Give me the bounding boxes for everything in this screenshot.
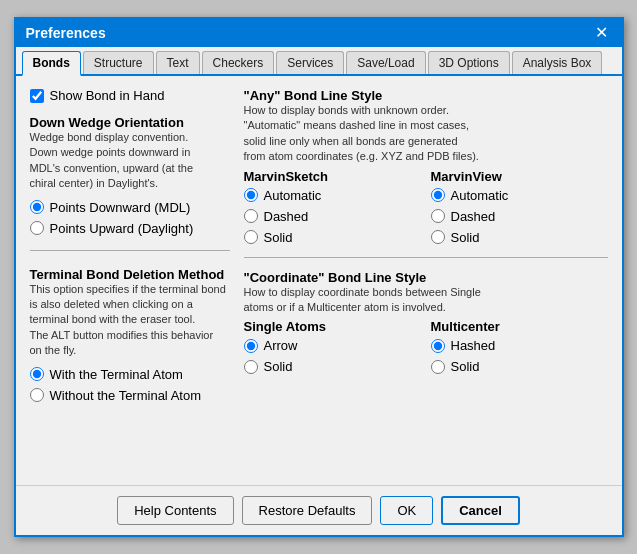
marvinview-radios: Automatic Dashed Solid	[431, 188, 608, 245]
mv-auto-row: Automatic	[431, 188, 608, 203]
col1-header: MarvinSketch	[244, 169, 421, 184]
ms-dashed-radio[interactable]	[244, 209, 258, 223]
mc-hashed-row: Hashed	[431, 338, 608, 353]
divider-1	[30, 250, 230, 251]
help-button[interactable]: Help Contents	[117, 496, 233, 525]
mv-dashed-label: Dashed	[451, 209, 496, 224]
radio-without-row: Without the Terminal Atom	[30, 388, 230, 403]
tab-text[interactable]: Text	[156, 51, 200, 74]
radio-mdl-label: Points Downward (MDL)	[50, 200, 191, 215]
radio-without-terminal[interactable]	[30, 388, 44, 402]
wedge-radio-group: Points Downward (MDL) Points Upward (Day…	[30, 200, 230, 236]
terminal-bond-section: Terminal Bond Deletion Method This optio…	[30, 265, 230, 403]
title-bar: Preferences ✕	[16, 19, 622, 47]
ms-auto-label: Automatic	[264, 188, 322, 203]
terminal-title: Terminal Bond Deletion Method	[30, 267, 230, 282]
terminal-desc: This option specifies if the terminal bo…	[30, 282, 230, 359]
tabs-bar: Bonds Structure Text Checkers Services S…	[16, 47, 622, 76]
tab-analysisbox[interactable]: Analysis Box	[512, 51, 603, 74]
sa-arrow-radio[interactable]	[244, 339, 258, 353]
down-wedge-desc: Wedge bond display convention.Down wedge…	[30, 130, 230, 192]
radio-with-terminal[interactable]	[30, 367, 44, 381]
any-bond-section: "Any" Bond Line Style How to display bon…	[244, 88, 608, 245]
col4-header: Multicenter	[431, 319, 608, 334]
mv-auto-radio[interactable]	[431, 188, 445, 202]
sa-solid-label: Solid	[264, 359, 293, 374]
radio-with-label: With the Terminal Atom	[50, 367, 183, 382]
tab-3doptions[interactable]: 3D Options	[428, 51, 510, 74]
col3-header: Single Atoms	[244, 319, 421, 334]
mv-solid-label: Solid	[451, 230, 480, 245]
mc-hashed-label: Hashed	[451, 338, 496, 353]
marvinsketch-radios: Automatic Dashed Solid	[244, 188, 421, 245]
tab-structure[interactable]: Structure	[83, 51, 154, 74]
mc-hashed-radio[interactable]	[431, 339, 445, 353]
radio-with-row: With the Terminal Atom	[30, 367, 230, 382]
left-panel: Show Bond in Hand Down Wedge Orientation…	[30, 88, 230, 473]
radio-mdl[interactable]	[30, 200, 44, 214]
sa-arrow-label: Arrow	[264, 338, 298, 353]
sa-arrow-row: Arrow	[244, 338, 421, 353]
coord-bond-title: "Coordinate" Bond Line Style	[244, 270, 608, 285]
tab-bonds[interactable]: Bonds	[22, 51, 81, 76]
restore-defaults-button[interactable]: Restore Defaults	[242, 496, 373, 525]
col-marvinsketch: MarvinSketch Automatic Dashed	[244, 169, 421, 245]
divider-2	[244, 257, 608, 258]
mc-solid-label: Solid	[451, 359, 480, 374]
any-bond-desc: How to display bonds with unknown order.…	[244, 103, 608, 165]
ms-auto-radio[interactable]	[244, 188, 258, 202]
radio-without-label: Without the Terminal Atom	[50, 388, 202, 403]
down-wedge-section: Down Wedge Orientation Wedge bond displa…	[30, 113, 230, 236]
ms-auto-row: Automatic	[244, 188, 421, 203]
ms-dashed-row: Dashed	[244, 209, 421, 224]
ok-button[interactable]: OK	[380, 496, 433, 525]
mv-dashed-row: Dashed	[431, 209, 608, 224]
coord-bond-desc: How to display coordinate bonds between …	[244, 285, 608, 316]
col-marvinview: MarvinView Automatic Dashed	[431, 169, 608, 245]
show-bond-label: Show Bond in Hand	[50, 88, 165, 103]
preferences-dialog: Preferences ✕ Bonds Structure Text Check…	[14, 17, 624, 537]
ms-solid-row: Solid	[244, 230, 421, 245]
mv-solid-row: Solid	[431, 230, 608, 245]
col-multicenter: Multicenter Hashed Solid	[431, 319, 608, 374]
coord-bond-columns: Single Atoms Arrow Solid	[244, 319, 608, 374]
dialog-title: Preferences	[26, 25, 106, 41]
tab-checkers[interactable]: Checkers	[202, 51, 275, 74]
close-button[interactable]: ✕	[591, 25, 612, 41]
footer: Help Contents Restore Defaults OK Cancel	[16, 485, 622, 535]
tab-saveload[interactable]: Save/Load	[346, 51, 425, 74]
radio-daylight[interactable]	[30, 221, 44, 235]
show-bond-checkbox[interactable]	[30, 89, 44, 103]
radio-mdl-row: Points Downward (MDL)	[30, 200, 230, 215]
ms-solid-radio[interactable]	[244, 230, 258, 244]
any-bond-columns: MarvinSketch Automatic Dashed	[244, 169, 608, 245]
col-single-atoms: Single Atoms Arrow Solid	[244, 319, 421, 374]
sa-solid-row: Solid	[244, 359, 421, 374]
cancel-button[interactable]: Cancel	[441, 496, 520, 525]
mv-solid-radio[interactable]	[431, 230, 445, 244]
right-panel: "Any" Bond Line Style How to display bon…	[244, 88, 608, 473]
down-wedge-title: Down Wedge Orientation	[30, 115, 230, 130]
mc-solid-radio[interactable]	[431, 360, 445, 374]
content-area: Show Bond in Hand Down Wedge Orientation…	[16, 76, 622, 485]
ms-dashed-label: Dashed	[264, 209, 309, 224]
sa-solid-radio[interactable]	[244, 360, 258, 374]
radio-daylight-label: Points Upward (Daylight)	[50, 221, 194, 236]
coord-bond-section: "Coordinate" Bond Line Style How to disp…	[244, 270, 608, 375]
tab-services[interactable]: Services	[276, 51, 344, 74]
terminal-radio-group: With the Terminal Atom Without the Termi…	[30, 367, 230, 403]
col2-header: MarvinView	[431, 169, 608, 184]
multicenter-radios: Hashed Solid	[431, 338, 608, 374]
mc-solid-row: Solid	[431, 359, 608, 374]
any-bond-title: "Any" Bond Line Style	[244, 88, 608, 103]
mv-auto-label: Automatic	[451, 188, 509, 203]
radio-daylight-row: Points Upward (Daylight)	[30, 221, 230, 236]
ms-solid-label: Solid	[264, 230, 293, 245]
show-bond-row: Show Bond in Hand	[30, 88, 230, 103]
mv-dashed-radio[interactable]	[431, 209, 445, 223]
single-atoms-radios: Arrow Solid	[244, 338, 421, 374]
